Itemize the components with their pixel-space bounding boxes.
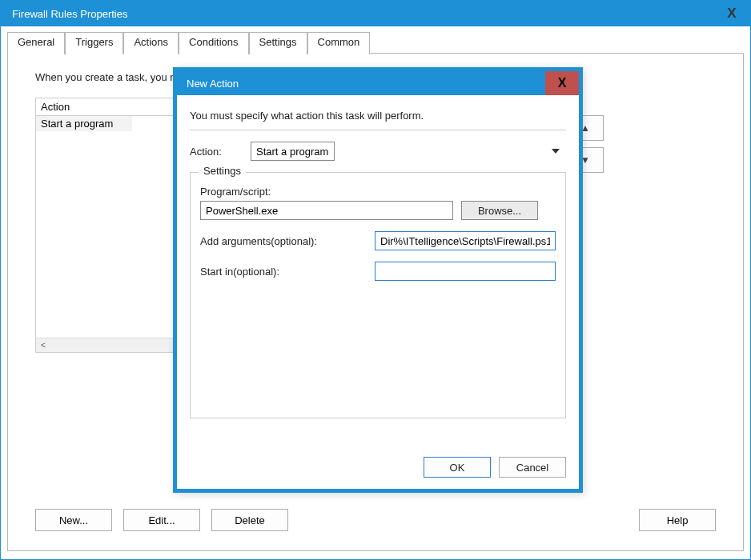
settings-fieldset: Settings Program/script: Browse... Add a…: [190, 172, 566, 418]
modal-instruction: You must specify what action this task w…: [190, 110, 566, 122]
tab-triggers[interactable]: Triggers: [65, 32, 123, 54]
startin-label: Start in(optional):: [200, 266, 279, 278]
button-label: Browse...: [478, 205, 521, 217]
divider: [190, 130, 566, 130]
button-label: OK: [450, 462, 465, 474]
browse-button[interactable]: Browse...: [461, 201, 538, 220]
tab-label: Common: [318, 36, 360, 48]
scroll-left-icon[interactable]: <: [36, 338, 50, 353]
modal-close-button[interactable]: X: [545, 71, 579, 95]
outer-titlebar: Firewall Rules Properties X: [1, 1, 750, 26]
tab-general[interactable]: General: [7, 32, 65, 54]
program-label: Program/script:: [200, 186, 556, 198]
outer-close-button[interactable]: X: [713, 1, 750, 26]
close-icon: X: [558, 76, 567, 90]
modal-titlebar: New Action X: [177, 71, 579, 95]
action-row: Action: Start a program: [190, 142, 566, 161]
button-label: New...: [59, 514, 88, 526]
tab-label: Actions: [134, 36, 168, 48]
tab-conditions[interactable]: Conditions: [179, 32, 248, 54]
tab-label: General: [18, 36, 54, 48]
arguments-row: Add arguments(optional):: [200, 231, 556, 250]
arguments-input[interactable]: [375, 231, 556, 250]
program-row: Browse...: [200, 201, 556, 220]
program-input[interactable]: [200, 201, 453, 220]
tab-label: Conditions: [189, 36, 238, 48]
action-select-wrap: Start a program: [251, 142, 566, 161]
action-label: Action:: [190, 146, 251, 158]
button-label: Help: [667, 514, 689, 526]
column-header-action: Action: [41, 101, 70, 113]
modal-title: New Action: [187, 78, 239, 90]
button-label: Cancel: [516, 462, 548, 474]
tab-actions[interactable]: Actions: [123, 32, 179, 54]
startin-row: Start in(optional):: [200, 262, 556, 281]
bottom-buttons: New... Edit... Delete: [35, 509, 288, 531]
new-action-dialog: New Action X You must specify what actio…: [173, 67, 583, 493]
modal-body: You must specify what action this task w…: [177, 95, 579, 418]
tab-label: Settings: [259, 36, 297, 48]
new-button[interactable]: New...: [35, 509, 112, 531]
tab-strip: General Triggers Actions Conditions Sett…: [7, 31, 744, 54]
button-label: Edit...: [148, 514, 175, 526]
ok-button[interactable]: OK: [424, 457, 491, 478]
cancel-button[interactable]: Cancel: [499, 457, 566, 478]
outer-title: Firewall Rules Properties: [12, 8, 128, 20]
close-icon: X: [727, 6, 736, 22]
delete-button[interactable]: Delete: [211, 509, 288, 531]
list-item-label: Start a program: [41, 118, 113, 130]
arguments-label: Add arguments(optional):: [200, 235, 317, 247]
list-item[interactable]: Start a program: [36, 116, 132, 131]
tab-label: Triggers: [75, 36, 113, 48]
action-select[interactable]: Start a program: [251, 142, 335, 161]
button-label: Delete: [235, 514, 265, 526]
tab-settings[interactable]: Settings: [249, 32, 307, 54]
help-button[interactable]: Help: [639, 509, 716, 531]
edit-button[interactable]: Edit...: [123, 509, 200, 531]
fieldset-legend: Settings: [199, 165, 246, 177]
modal-footer: OK Cancel: [424, 457, 566, 478]
tab-common[interactable]: Common: [307, 32, 371, 54]
startin-input[interactable]: [375, 262, 556, 281]
